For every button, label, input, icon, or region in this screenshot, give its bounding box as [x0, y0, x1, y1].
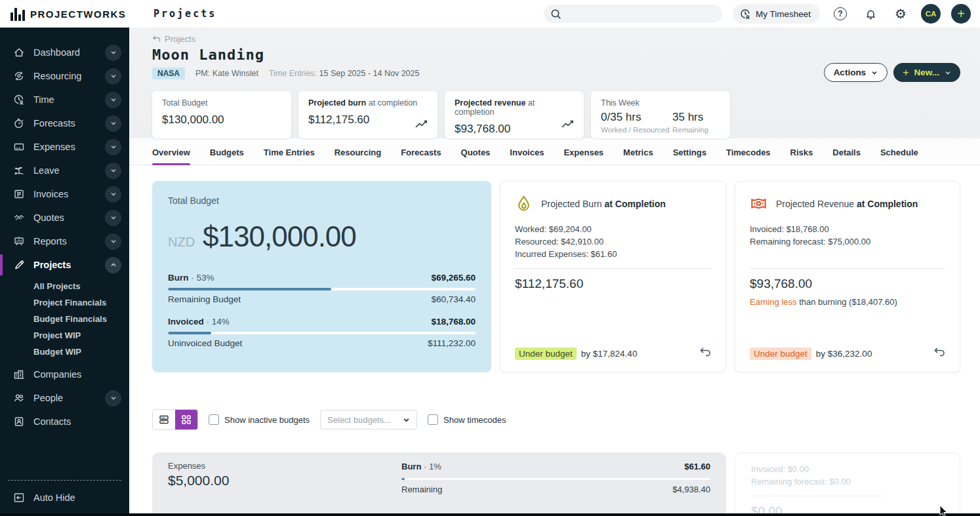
time-entries-label: Time Entries:: [269, 69, 317, 78]
revert-icon[interactable]: [932, 346, 947, 361]
global-add-button[interactable]: +: [951, 4, 971, 24]
sidebar-item-projects[interactable]: Projects: [0, 253, 129, 277]
sidebar-item-leave[interactable]: Leave: [0, 159, 129, 182]
sidebar-subitem-budget-wip[interactable]: Budget WIP: [0, 344, 129, 360]
chevron-up-icon[interactable]: [105, 257, 121, 273]
palm-tree-icon: [13, 165, 25, 176]
new-button[interactable]: + New...: [893, 63, 960, 82]
chevron-down-icon[interactable]: [105, 186, 121, 203]
logo-bars-icon: [10, 7, 25, 21]
sidebar-item-label: Contacts: [33, 416, 71, 427]
sidebar-item-forecasts[interactable]: Forecasts: [0, 111, 129, 135]
chevron-down-icon[interactable]: [105, 45, 121, 61]
chevron-down-icon[interactable]: [105, 139, 121, 155]
show-inactive-budgets-toggle[interactable]: Show inactive budgets: [209, 414, 310, 425]
chevron-down-icon[interactable]: [105, 92, 121, 108]
tab-schedule[interactable]: Schedule: [880, 148, 918, 165]
show-inactive-budgets-label: Show inactive budgets: [224, 415, 310, 425]
burn-value: $69,265.60: [431, 273, 476, 283]
user-avatar[interactable]: CA: [921, 4, 941, 24]
sidebar-divider: [8, 480, 121, 481]
worked-caption: Worked / Resourced: [601, 126, 670, 134]
sidebar-subitem-project-wip[interactable]: Project WIP: [0, 327, 129, 344]
sidebar-item-label: Forecasts: [33, 118, 75, 129]
sidebar-bottom: Auto Hide: [0, 480, 129, 516]
auto-hide-label: Auto Hide: [33, 492, 75, 503]
sidebar-subitem-all-projects[interactable]: All Projects: [0, 278, 129, 294]
search-box[interactable]: [544, 5, 722, 23]
top-bar: PROJECTWORKS Projects My Timesheet ?: [0, 0, 980, 28]
list-view-button[interactable]: [153, 410, 175, 429]
summary-label: This Week: [601, 98, 720, 108]
summary-value: $93,768.00: [455, 123, 574, 136]
sidebar-item-time[interactable]: Time: [0, 88, 129, 111]
tab-invoices[interactable]: Invoices: [510, 148, 544, 165]
invoiced-value: $18,768.00: [431, 317, 476, 327]
expenses-budget-card[interactable]: Expenses $5,000.00 Burn · 1% $61.60 Rema…: [152, 452, 726, 516]
chevron-down-icon[interactable]: [105, 210, 121, 226]
burn-breakdown: Worked: $69,204.00 Resourced: $42,910.00…: [515, 223, 711, 261]
checkbox-unchecked[interactable]: [209, 414, 219, 425]
trend-chart-icon[interactable]: [415, 118, 429, 132]
card-header: Projected Burn at Completion: [515, 195, 711, 212]
summary-this-week-card: This Week 0/35 hrs Worked / Resourced 35…: [591, 91, 730, 138]
help-button[interactable]: ?: [830, 4, 850, 24]
sidebar-subitem-project-financials[interactable]: Project Financials: [0, 294, 129, 311]
breadcrumb-label: Projects: [165, 34, 195, 44]
revert-icon[interactable]: [698, 346, 712, 361]
summary-projected-burn-card: Projected burn at completion $112,175.60: [298, 91, 438, 138]
tab-time-entries[interactable]: Time Entries: [264, 148, 315, 165]
sidebar-item-reports[interactable]: Reports: [0, 229, 129, 253]
tab-expenses[interactable]: Expenses: [563, 148, 603, 165]
trend-chart-icon[interactable]: [561, 118, 575, 132]
chevron-down-icon[interactable]: [105, 115, 121, 132]
sidebar-item-quotes[interactable]: Quotes: [0, 206, 129, 229]
tab-settings[interactable]: Settings: [673, 148, 706, 165]
burn-value: $61.60: [684, 462, 710, 471]
tab-risks[interactable]: Risks: [790, 148, 813, 165]
banknote-icon: [750, 195, 767, 212]
sidebar-subitem-budget-financials[interactable]: Budget Financials: [0, 311, 129, 327]
tab-forecasts[interactable]: Forecasts: [401, 148, 441, 165]
actions-button[interactable]: Actions: [824, 63, 888, 82]
invoiced-progress-bar: [168, 332, 476, 334]
auto-hide-button[interactable]: Auto Hide: [0, 487, 129, 508]
budget-list-controls: Show inactive budgets Select budgets... …: [152, 409, 960, 430]
sidebar-item-people[interactable]: People: [0, 386, 129, 410]
tab-budgets[interactable]: Budgets: [210, 148, 244, 165]
chevron-down-icon[interactable]: [105, 163, 121, 179]
search-input[interactable]: [567, 9, 716, 19]
breadcrumb[interactable]: Projects: [152, 34, 195, 44]
checkbox-unchecked[interactable]: [428, 414, 438, 425]
search-icon: [550, 9, 561, 20]
tab-quotes[interactable]: Quotes: [461, 148, 491, 165]
sidebar-item-resourcing[interactable]: Resourcing: [0, 64, 129, 88]
sidebar-item-companies[interactable]: Companies: [0, 363, 129, 386]
show-timecodes-toggle[interactable]: Show timecodes: [428, 414, 506, 425]
tab-resourcing[interactable]: Resourcing: [335, 148, 382, 165]
card-icon: [13, 141, 25, 153]
tab-overview[interactable]: Overview: [152, 148, 190, 165]
select-budgets-dropdown[interactable]: Select budgets...: [320, 410, 417, 429]
new-label: New...: [914, 68, 939, 77]
list-view-icon: [158, 414, 170, 426]
sidebar-item-dashboard[interactable]: Dashboard: [0, 41, 129, 64]
tab-timecodes[interactable]: Timecodes: [726, 148, 771, 165]
sidebar-item-invoices[interactable]: Invoices: [0, 182, 129, 206]
my-timesheet-button[interactable]: My Timesheet: [733, 4, 820, 24]
tab-details[interactable]: Details: [832, 148, 861, 165]
sidebar-item-contacts[interactable]: Contacts: [0, 410, 129, 433]
app-window: PROJECTWORKS Projects My Timesheet ?: [0, 0, 980, 516]
sidebar-item-expenses[interactable]: Expenses: [0, 135, 129, 159]
worked-column: 0/35 hrs Worked / Resourced: [601, 111, 670, 134]
grid-view-button[interactable]: [175, 410, 197, 429]
settings-button[interactable]: ⚙: [891, 4, 910, 24]
invoiced-row: Invoiced · 14% $18,768.00: [168, 317, 476, 327]
chevron-down-icon[interactable]: [105, 233, 121, 250]
notifications-button[interactable]: [861, 4, 880, 24]
chevron-down-icon[interactable]: [105, 390, 121, 407]
tab-metrics[interactable]: Metrics: [623, 148, 653, 165]
chevron-down-icon[interactable]: [105, 68, 121, 85]
projects-submenu: All Projects Project Financials Budget F…: [0, 277, 129, 363]
projected-revenue-card: Projected Revenue at Completion Invoiced…: [735, 181, 960, 372]
